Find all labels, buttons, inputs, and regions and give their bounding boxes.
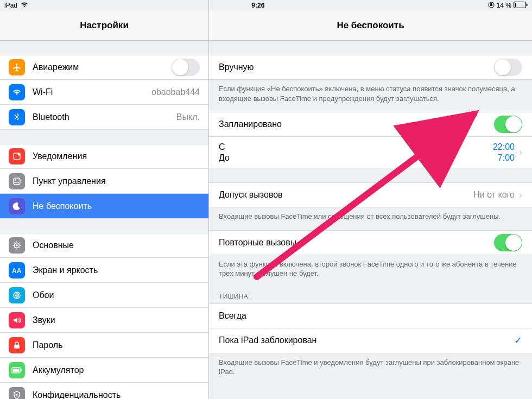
svg-rect-28 — [13, 369, 19, 372]
svg-rect-29 — [21, 369, 22, 371]
row-value: obaobab444 — [151, 87, 200, 97]
row-label: Не беспокоить — [33, 201, 200, 211]
airplane-toggle[interactable] — [172, 59, 200, 76]
settings-row-control-center[interactable]: Пункт управления — [0, 169, 208, 194]
row-label: Bluetooth — [33, 112, 176, 122]
svg-line-19 — [14, 248, 15, 248]
settings-row-bluetooth[interactable]: Bluetooth Выкл. — [0, 105, 208, 130]
row-label: Авиарежим — [33, 62, 172, 72]
status-time: 9:26 — [28, 2, 488, 9]
silence-section-header: ТИШИНА: — [209, 282, 532, 303]
detail-title: Не беспокоить — [209, 11, 532, 41]
allow-calls-footer: Входящие вызовы FaceTime или сообщения о… — [209, 207, 532, 225]
svg-text:AA: AA — [12, 267, 22, 275]
wifi-icon — [9, 84, 25, 100]
settings-list[interactable]: Авиарежим Wi-Fi obaobab444 Bluetooth Вык… — [0, 41, 208, 399]
to-time: 7:00 — [493, 153, 515, 163]
row-label: Основные — [33, 240, 200, 250]
repeat-toggle[interactable] — [494, 234, 522, 251]
row-label: Всегда — [219, 311, 522, 321]
manual-footer: Если функция «Не беспокоить» включена, в… — [209, 80, 532, 106]
battery-icon — [514, 2, 528, 10]
settings-row-passcode[interactable]: Пароль — [0, 333, 208, 358]
svg-rect-3 — [527, 3, 528, 6]
svg-rect-26 — [14, 345, 20, 349]
sounds-icon — [9, 312, 25, 328]
row-scheduled[interactable]: Запланировано — [209, 112, 532, 137]
row-label: Пункт управления — [33, 176, 200, 186]
settings-row-display[interactable]: AA Экран и яркость — [0, 258, 208, 283]
svg-point-7 — [15, 179, 16, 180]
row-label: Звуки — [33, 315, 200, 325]
silence-footer: Входящие вызовы FaceTime и уведомления б… — [209, 353, 532, 380]
row-manual[interactable]: Вручную — [209, 55, 532, 80]
device-name: iPad — [4, 2, 17, 9]
row-label: Аккумулятор — [33, 365, 200, 375]
from-time: 22:00 — [493, 142, 515, 152]
battery-icon — [9, 362, 25, 378]
row-label: Запланировано — [219, 119, 494, 129]
settings-row-general[interactable]: Основные — [0, 233, 208, 258]
svg-line-20 — [19, 243, 20, 243]
control-center-icon — [9, 173, 25, 189]
checkmark-icon: ✓ — [514, 334, 522, 346]
row-label: Экран и яркость — [33, 265, 200, 275]
passcode-icon — [9, 337, 25, 353]
settings-row-battery[interactable]: Аккумулятор — [0, 358, 208, 383]
detail-list[interactable]: Вручную Если функция «Не беспокоить» вкл… — [209, 41, 532, 399]
dnd-icon — [9, 198, 25, 214]
row-label: Пока iPad заблокирован — [219, 335, 514, 345]
chevron-right-icon: › — [519, 147, 522, 158]
settings-row-privacy[interactable]: Конфиденциальность — [0, 383, 208, 399]
scheduled-toggle[interactable] — [494, 116, 522, 133]
settings-row-sounds[interactable]: Звуки — [0, 308, 208, 333]
battery-percentage: 14 % — [497, 2, 511, 9]
orientation-lock-icon — [488, 2, 495, 10]
settings-row-airplane[interactable]: Авиарежим — [0, 55, 208, 80]
settings-row-wallpaper[interactable]: Обои — [0, 283, 208, 308]
svg-point-25 — [16, 294, 18, 296]
svg-point-12 — [16, 244, 18, 246]
row-label: Обои — [33, 290, 200, 300]
settings-title: Настройки — [0, 11, 208, 41]
svg-line-17 — [14, 243, 15, 243]
svg-rect-6 — [14, 178, 20, 185]
row-allow-calls[interactable]: Допуск вызовов Ни от кого › — [209, 182, 532, 207]
settings-row-notifications[interactable]: Уведомления — [0, 144, 208, 169]
manual-toggle[interactable] — [494, 59, 522, 76]
row-value: Ни от кого — [473, 190, 515, 200]
notifications-icon — [9, 148, 25, 164]
settings-row-dnd[interactable]: Не беспокоить — [0, 194, 208, 219]
wifi-indicator-icon — [21, 2, 28, 9]
svg-point-5 — [18, 153, 21, 156]
display-icon: AA — [9, 262, 25, 278]
airplane-icon — [9, 59, 25, 75]
row-label: Допуск вызовов — [219, 190, 473, 200]
chevron-right-icon: › — [519, 189, 522, 201]
svg-point-9 — [17, 182, 18, 183]
row-value: Выкл. — [176, 112, 200, 122]
row-label: Конфиденциальность — [33, 390, 200, 400]
row-label: Вручную — [219, 62, 494, 72]
repeat-footer: Если эта функция включена, второй звонок… — [209, 255, 532, 282]
wallpaper-icon — [9, 287, 25, 303]
privacy-icon — [9, 387, 25, 400]
row-silence-locked[interactable]: Пока iPad заблокирован ✓ — [209, 328, 532, 353]
bluetooth-icon — [9, 109, 25, 125]
row-label: Пароль — [33, 340, 200, 350]
row-repeat-calls[interactable]: Повторные вызовы — [209, 230, 532, 255]
row-silence-always[interactable]: Всегда — [209, 303, 532, 328]
row-label: Повторные вызовы — [219, 238, 494, 248]
status-bar: iPad 9:26 14 % — [0, 0, 532, 11]
general-icon — [9, 237, 25, 254]
row-label: Wi-Fi — [33, 87, 151, 97]
settings-row-wifi[interactable]: Wi-Fi obaobab444 — [0, 80, 208, 105]
row-label: Уведомления — [33, 151, 200, 161]
row-schedule-time[interactable]: С До 22:00 7:00 › — [209, 137, 532, 168]
svg-rect-31 — [16, 395, 17, 396]
svg-rect-2 — [515, 3, 516, 7]
to-label: До — [219, 153, 230, 163]
from-label: С — [219, 142, 230, 152]
svg-line-18 — [19, 248, 20, 248]
